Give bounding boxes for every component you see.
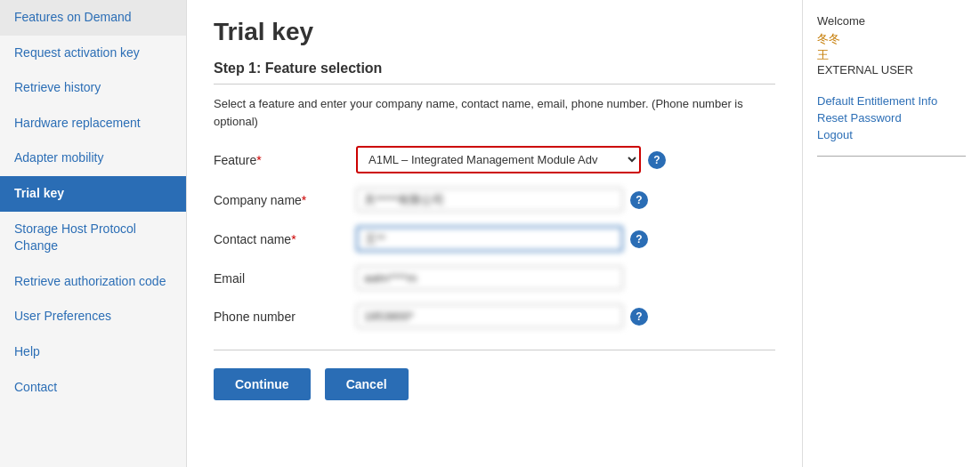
feature-field-wrap: A1ML – Integrated Management Module Adv …: [356, 146, 666, 173]
continue-button[interactable]: Continue: [214, 368, 311, 400]
sidebar-item-user-preferences[interactable]: User Preferences: [0, 299, 186, 334]
main-content: Trial key Step 1: Feature selection Sele…: [187, 0, 802, 467]
feature-row: Feature* A1ML – Integrated Management Mo…: [214, 146, 775, 173]
contact-name-label: Contact name*: [214, 232, 356, 246]
phone-info-icon[interactable]: ?: [630, 308, 648, 326]
sidebar-item-retrieve-history[interactable]: Retrieve history: [0, 70, 186, 106]
feature-info-icon[interactable]: ?: [648, 151, 666, 169]
right-panel: Welcome 冬冬 王 EXTERNAL USER Default Entit…: [802, 0, 980, 467]
sidebar: Features on DemandRequest activation key…: [0, 0, 187, 467]
sidebar-item-request-activation-key[interactable]: Request activation key: [0, 36, 186, 71]
phone-field-wrap: ?: [356, 304, 648, 328]
email-row: Email: [214, 266, 775, 290]
sidebar-item-help[interactable]: Help: [0, 334, 186, 370]
right-panel-links: Default Entitlement InfoReset PasswordLo…: [817, 94, 966, 141]
phone-row: Phone number ?: [214, 304, 775, 328]
contact-name-info-icon[interactable]: ?: [630, 230, 648, 248]
sidebar-item-retrieve-authorization-code[interactable]: Retrieve authorization code: [0, 264, 186, 300]
sidebar-item-contact[interactable]: Contact: [0, 370, 186, 406]
button-row: Continue Cancel: [214, 350, 775, 400]
user-name-line1: 冬冬: [817, 31, 966, 47]
welcome-section: Welcome 冬冬 王 EXTERNAL USER: [817, 14, 966, 76]
welcome-label: Welcome: [817, 14, 966, 28]
company-name-label: Company name*: [214, 193, 356, 207]
right-panel-divider: [817, 156, 966, 157]
right-link-reset-password[interactable]: Reset Password: [817, 111, 966, 125]
phone-input[interactable]: [356, 304, 623, 328]
company-name-input[interactable]: [356, 188, 623, 212]
contact-name-row: Contact name* ?: [214, 226, 775, 252]
company-name-info-icon[interactable]: ?: [630, 191, 648, 209]
step-title: Step 1: Feature selection: [214, 60, 775, 85]
user-name-line2: 王: [817, 47, 966, 63]
right-link-logout[interactable]: Logout: [817, 128, 966, 141]
contact-name-field-wrap: ?: [356, 226, 648, 252]
phone-label: Phone number: [214, 310, 356, 324]
sidebar-item-storage-host-protocol-change[interactable]: Storage Host Protocol Change: [0, 212, 186, 264]
company-name-field-wrap: ?: [356, 188, 648, 212]
email-field-wrap: [356, 266, 623, 290]
right-link-default-entitlement-info[interactable]: Default Entitlement Info: [817, 94, 966, 108]
sidebar-item-features-on-demand[interactable]: Features on Demand: [0, 0, 186, 36]
contact-name-input[interactable]: [356, 226, 623, 252]
page-title: Trial key: [214, 18, 775, 46]
sidebar-item-adapter-mobility[interactable]: Adapter mobility: [0, 141, 186, 176]
email-input[interactable]: [356, 266, 623, 290]
cancel-button[interactable]: Cancel: [325, 368, 409, 400]
email-label: Email: [214, 271, 356, 286]
user-role: EXTERNAL USER: [817, 63, 966, 76]
sidebar-item-trial-key[interactable]: Trial key: [0, 176, 186, 212]
company-name-row: Company name* ?: [214, 188, 775, 212]
step-description: Select a feature and enter your company …: [214, 95, 775, 130]
sidebar-item-hardware-replacement[interactable]: Hardware replacement: [0, 106, 186, 141]
feature-select[interactable]: A1ML – Integrated Management Module Adv: [356, 146, 641, 173]
feature-label: Feature*: [214, 153, 356, 167]
